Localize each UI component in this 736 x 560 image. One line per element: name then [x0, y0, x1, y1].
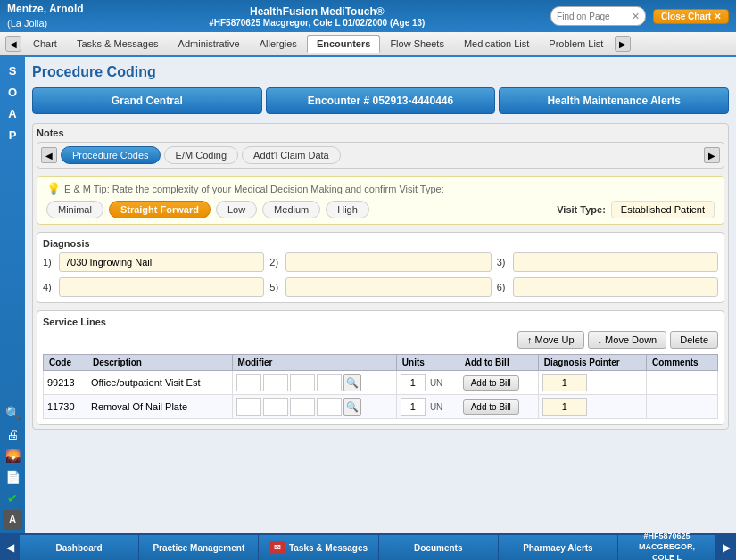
units-input-1[interactable]	[401, 374, 426, 391]
diag-pointer-1[interactable]	[542, 374, 587, 391]
find-on-page[interactable]: ✕	[550, 6, 646, 26]
modifier-1: 🔍	[232, 371, 396, 395]
patient-name: Mentze, Arnold	[7, 2, 84, 17]
find-clear-icon[interactable]: ✕	[632, 11, 640, 22]
app-title: HealthFusion MediTouch® #HF5870625 Macgr…	[209, 5, 425, 28]
bottom-tab-tasks[interactable]: ✉ Tasks & Messages	[259, 535, 378, 560]
sidebar-s[interactable]: S	[3, 61, 22, 80]
bottom-prev-arrow[interactable]: ◀	[0, 535, 20, 560]
find-input[interactable]	[557, 12, 628, 21]
bottom-tab-pharmacy[interactable]: Pharmacy Alerts	[499, 535, 618, 560]
close-chart-button[interactable]: Close Chart ✕	[653, 9, 729, 24]
nav-next-arrow[interactable]: ▶	[615, 36, 631, 52]
units-cell-2: UN	[396, 395, 459, 419]
sub-tab-addl-claim[interactable]: Addt'l Claim Data	[242, 146, 341, 164]
bottom-tab-documents[interactable]: Documents	[379, 535, 499, 560]
tab-allergies[interactable]: Allergies	[250, 35, 307, 53]
health-maintenance-button[interactable]: Health Maintenance Alerts	[499, 87, 729, 114]
mod-1d[interactable]	[317, 374, 342, 391]
un-label-2: UN	[430, 402, 442, 412]
tab-encounters[interactable]: Encounters	[307, 35, 381, 53]
diag-row-2: 2)	[269, 252, 491, 272]
font-icon[interactable]: A	[3, 510, 22, 530]
col-comments: Comments	[646, 355, 717, 371]
diag-input-2[interactable]	[285, 252, 491, 272]
content-area: Procedure Coding Grand Central Encounter…	[25, 57, 736, 533]
grand-central-button[interactable]: Grand Central	[32, 87, 262, 114]
mod-1b[interactable]	[263, 374, 288, 391]
search-icon[interactable]: 🔍	[3, 403, 22, 423]
em-buttons-row: Minimal Straight Forward Low Medium High…	[46, 201, 715, 218]
notes-label: Notes	[37, 128, 724, 138]
image-icon[interactable]: 🌄	[3, 446, 22, 465]
diag-pointer-cell-2	[538, 395, 646, 419]
encounter-button[interactable]: Encounter # 052913-4440446	[266, 87, 496, 114]
mod-1a[interactable]	[236, 374, 261, 391]
desc-2: Removal Of Nail Plate	[87, 395, 232, 419]
bottom-tab-dashboard[interactable]: Dashboard	[20, 535, 139, 560]
em-low-button[interactable]: Low	[216, 201, 257, 218]
add-to-bill-1[interactable]: Add to Bill	[463, 375, 519, 391]
sub-tab-em-coding[interactable]: E/M Coding	[164, 146, 238, 164]
sub-tab-next[interactable]: ▶	[704, 147, 720, 163]
diag-row-4: 4)	[43, 277, 264, 297]
units-input-2[interactable]	[401, 398, 426, 416]
sub-tab-prev[interactable]: ◀	[41, 147, 57, 163]
mod-2c[interactable]	[290, 398, 315, 416]
top-header: Mentze, Arnold (La Jolla) HealthFusion M…	[0, 0, 736, 32]
tab-problems[interactable]: Problem List	[539, 35, 613, 53]
sidebar-o[interactable]: O	[3, 82, 22, 102]
modifier-search-2[interactable]: 🔍	[343, 398, 361, 416]
nav-prev-arrow[interactable]: ◀	[5, 36, 21, 52]
tab-medication[interactable]: Medication List	[454, 35, 539, 53]
diag-num-4: 4)	[43, 282, 55, 292]
sub-tab-procedure-codes[interactable]: Procedure Codes	[61, 146, 161, 164]
delete-button[interactable]: Delete	[670, 331, 718, 349]
em-high-button[interactable]: High	[326, 201, 369, 218]
print-icon[interactable]: 🖨	[3, 424, 22, 444]
diag-row-3: 3)	[497, 252, 718, 272]
bottom-patient-id[interactable]: #HF5870625 MACGREGOR,COLE L	[618, 535, 716, 560]
diag-pointer-2[interactable]	[542, 398, 587, 416]
diag-input-6[interactable]	[513, 277, 718, 297]
em-medium-button[interactable]: Medium	[262, 201, 320, 218]
mod-2b[interactable]	[263, 398, 288, 416]
bottom-next-arrow[interactable]: ▶	[716, 535, 736, 560]
tab-flowsheets[interactable]: Flow Sheets	[380, 35, 454, 53]
add-to-bill-2[interactable]: Add to Bill	[463, 399, 519, 415]
move-up-button[interactable]: ↑ Move Up	[517, 331, 584, 349]
diag-input-1[interactable]	[59, 252, 264, 272]
diag-input-5[interactable]	[285, 277, 491, 297]
tab-admin[interactable]: Administrative	[169, 35, 250, 53]
patient-id-header: #HF5870625 Macgregor, Cole L 01/02/2000 …	[209, 18, 425, 28]
mod-2a[interactable]	[236, 398, 261, 416]
tab-chart[interactable]: Chart	[23, 35, 67, 53]
modifier-search-1[interactable]: 🔍	[343, 374, 361, 391]
service-row-2: 11730 Removal Of Nail Plate 🔍	[44, 395, 718, 419]
tab-tasks[interactable]: Tasks & Messages	[67, 35, 169, 53]
mod-1c[interactable]	[290, 374, 315, 391]
mod-2d[interactable]	[317, 398, 342, 416]
diagnosis-grid: 1) 2) 3) 4)	[43, 252, 718, 297]
bulb-icon: 💡	[46, 182, 61, 195]
diag-num-2: 2)	[269, 257, 282, 268]
document-icon[interactable]: 📄	[3, 467, 22, 487]
code-2: 11730	[44, 395, 87, 419]
checkmark-icon[interactable]: ✔	[3, 489, 22, 508]
sidebar-p[interactable]: P	[3, 125, 22, 144]
diag-row-1: 1)	[43, 252, 264, 272]
code-1: 99213	[44, 371, 87, 395]
visit-type-value: Established Patient	[611, 201, 715, 218]
diag-input-3[interactable]	[513, 252, 718, 272]
left-sidebar: S O A P 🔍 🖨 🌄 📄 ✔ A	[0, 57, 25, 533]
em-straightforward-button[interactable]: Straight Forward	[109, 201, 211, 218]
notes-section: Notes ◀ Procedure Codes E/M Coding Addt'…	[32, 123, 729, 430]
col-diag-pointer: Diagnosis Pointer	[538, 355, 646, 371]
em-minimal-button[interactable]: Minimal	[46, 201, 103, 218]
bottom-tab-practice[interactable]: Practice Management	[139, 535, 259, 560]
move-down-button[interactable]: ↓ Move Down	[588, 331, 667, 349]
diag-input-4[interactable]	[59, 277, 264, 297]
sidebar-a[interactable]: A	[3, 103, 22, 123]
visit-type-section: Visit Type: Established Patient	[557, 201, 715, 218]
modifier-2: 🔍	[232, 395, 396, 419]
